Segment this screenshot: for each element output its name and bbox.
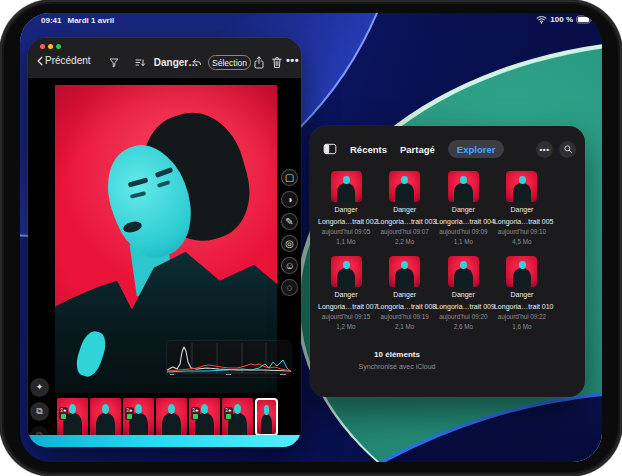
wifi-icon: [536, 15, 547, 24]
browser-tabs: Récents Partagé Explorer: [350, 140, 504, 158]
back-button-label: Précédent: [45, 55, 91, 66]
file-thumbnail: [448, 256, 479, 287]
repair-tool-icon[interactable]: ✎: [281, 213, 298, 230]
filmstrip-thumb[interactable]: [90, 398, 121, 436]
share-button[interactable]: [253, 56, 265, 69]
zoom-window-button[interactable]: [56, 44, 61, 49]
status-bar: 09:41 Mardi 1 avril 100 %: [20, 15, 602, 27]
filmstrip-thumb[interactable]: 3★: [222, 398, 253, 436]
battery-icon: [576, 15, 593, 24]
file-thumbnail: [506, 256, 537, 287]
status-time: 09:41: [41, 16, 61, 25]
delete-button[interactable]: [271, 56, 283, 69]
sync-status: Synchronisé avec iCloud: [318, 363, 476, 370]
item-count: 10 éléments: [318, 350, 476, 359]
filmstrip: 3★ 3★ 3★: [57, 397, 278, 437]
share-icon: [253, 56, 265, 69]
file-item[interactable]: Danger Longoria…trait 010 aujourd’hui 09…: [494, 256, 550, 330]
selection-mode-button[interactable]: Sélection: [208, 55, 251, 70]
photo-editor-window: Précédent Danger…: [28, 38, 301, 447]
rating-badge: 3★: [125, 407, 134, 420]
ipad-screen: 09:41 Mardi 1 avril 100 %: [20, 13, 602, 462]
file-grid-row: Danger Longoria…trait 007 aujourd’hui 09…: [318, 256, 550, 330]
edited-badge: [61, 414, 66, 419]
filmstrip-thumb[interactable]: 3★: [57, 398, 88, 436]
back-button[interactable]: Précédent: [36, 55, 91, 66]
tab-recents[interactable]: Récents: [350, 144, 387, 155]
filmstrip-thumb[interactable]: 3★: [123, 398, 154, 436]
file-item[interactable]: Danger Longoria…trait 002 aujourd’hui 09…: [318, 171, 374, 245]
file-item[interactable]: Danger Longoria…trait 007 aujourd’hui 09…: [318, 256, 374, 330]
search-button[interactable]: [559, 141, 576, 158]
file-item[interactable]: Danger Longoria…trait 004 aujourd’hui 09…: [435, 171, 491, 245]
edited-badge: [226, 414, 231, 419]
crop-tool-icon[interactable]: ▢: [281, 169, 298, 186]
filmstrip-thumb-selected[interactable]: [255, 398, 278, 436]
window-toolbar: Précédent Danger…: [28, 38, 301, 78]
battery-percent: 100 %: [550, 15, 573, 24]
back-chevron-icon: [36, 56, 44, 66]
file-item[interactable]: Danger Longoria…trait 008 aujourd’hui 09…: [377, 256, 433, 330]
filmstrip-thumb[interactable]: [156, 398, 187, 436]
edited-badge: [127, 414, 132, 419]
filter-funnel-icon: [108, 57, 120, 69]
undo-button[interactable]: [191, 57, 203, 69]
edited-badge: [193, 414, 198, 419]
sidebar-icon[interactable]: [323, 143, 337, 155]
histogram-panel[interactable]: [167, 341, 291, 377]
file-item[interactable]: Danger Longoria…trait 009 aujourd’hui 09…: [435, 256, 491, 330]
file-thumbnail: [389, 256, 420, 287]
auto-enhance-icon[interactable]: ✦: [30, 378, 49, 397]
file-thumbnail: [331, 256, 362, 287]
editing-tool-rail: ▢ ◑ ✎ ◎ ☺ ◌: [281, 169, 299, 296]
tab-shared[interactable]: Partagé: [400, 144, 435, 155]
status-date: Mardi 1 avril: [67, 16, 114, 25]
file-thumbnail: [331, 171, 362, 202]
close-window-button[interactable]: [40, 44, 45, 49]
trash-icon: [271, 56, 283, 69]
more-options-button[interactable]: •••: [286, 54, 299, 66]
sort-button[interactable]: [134, 57, 147, 69]
screenshot: 09:41 Mardi 1 avril 100 %: [0, 0, 622, 476]
tab-explorer[interactable]: Explorer: [448, 140, 505, 158]
rating-badge: 3★: [224, 407, 233, 420]
rating-badge: 3★: [191, 407, 200, 420]
minimize-window-button[interactable]: [48, 44, 53, 49]
browser-footer: 10 éléments Synchronisé avec iCloud: [318, 350, 476, 370]
retouch-face-tool-icon[interactable]: ☺: [281, 257, 298, 274]
browser-header: Récents Partagé Explorer •••: [323, 138, 576, 160]
ipad-device-frame: 09:41 Mardi 1 avril 100 %: [0, 0, 622, 476]
window-controls[interactable]: [40, 44, 61, 49]
file-item[interactable]: Danger Longoria…trait 005 aujourd’hui 09…: [494, 171, 550, 245]
browser-more-button[interactable]: •••: [536, 141, 553, 158]
rating-badge: 3★: [59, 407, 68, 420]
undo-icon: [191, 57, 203, 69]
sort-icon: [134, 57, 147, 69]
photo-browser-panel: Récents Partagé Explorer •••: [310, 126, 585, 397]
file-thumbnail: [448, 171, 479, 202]
window-accent-bar: [28, 435, 301, 447]
search-icon: [563, 144, 573, 154]
copy-edits-icon[interactable]: ⧉: [30, 402, 49, 421]
select-subject-tool-icon[interactable]: ◌: [281, 279, 298, 296]
histogram-curves: [167, 341, 291, 377]
clone-tool-icon[interactable]: ◎: [281, 235, 298, 252]
file-thumbnail: [506, 171, 537, 202]
file-thumbnail: [389, 171, 420, 202]
file-grid-row: Danger Longoria…trait 002 aujourd’hui 09…: [318, 171, 550, 245]
file-item[interactable]: Danger Longoria…trait 003 aujourd’hui 09…: [377, 171, 433, 245]
filter-button[interactable]: [108, 57, 120, 69]
filmstrip-thumb[interactable]: 3★: [189, 398, 220, 436]
editor-canvas: ▢ ◑ ✎ ◎ ☺ ◌ ✦ ⧉ ⧉ ▦: [28, 78, 301, 447]
adjust-tool-icon[interactable]: ◑: [281, 191, 298, 208]
